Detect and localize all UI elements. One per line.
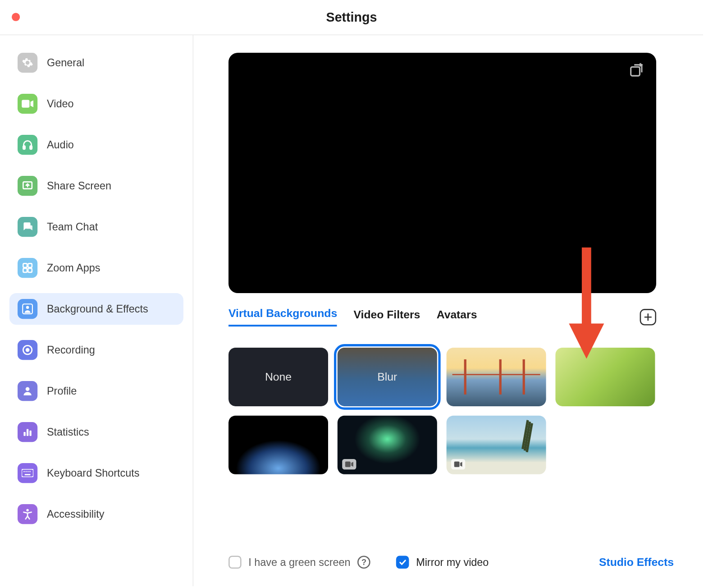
record-icon: [18, 340, 37, 360]
settings-window: Settings General Video Audio: [0, 0, 703, 586]
sidebar-item-audio[interactable]: Audio: [9, 129, 183, 161]
sidebar-item-profile[interactable]: Profile: [9, 375, 183, 407]
svg-point-17: [23, 471, 25, 473]
sidebar-item-team-chat[interactable]: Team Chat: [9, 211, 183, 243]
help-icon[interactable]: ?: [357, 556, 370, 569]
person-frame-icon: [18, 299, 37, 319]
rotate-preview-button[interactable]: [628, 62, 644, 78]
backgrounds-grid: None Blur: [229, 348, 680, 474]
svg-rect-2: [30, 146, 32, 149]
sidebar-item-label: Video: [47, 97, 73, 110]
stats-icon: [18, 422, 37, 442]
sidebar-item-label: Recording: [47, 344, 95, 356]
settings-sidebar: General Video Audio Share Screen: [0, 35, 193, 586]
sidebar-item-label: General: [47, 56, 84, 69]
background-tile-none[interactable]: None: [229, 348, 328, 406]
sidebar-item-accessibility[interactable]: Accessibility: [9, 498, 183, 530]
tab-avatars[interactable]: Avatars: [437, 308, 477, 326]
close-window-button[interactable]: [12, 13, 20, 21]
sidebar-item-label: Team Chat: [47, 220, 98, 233]
main-content: Virtual Backgrounds Video Filters Avatar…: [193, 35, 703, 586]
svg-point-18: [26, 471, 27, 473]
sidebar-item-recording[interactable]: Recording: [9, 334, 183, 366]
gear-icon: [18, 53, 37, 73]
svg-rect-21: [25, 474, 31, 475]
tile-label: None: [265, 371, 292, 384]
svg-rect-5: [28, 263, 32, 267]
svg-rect-23: [631, 67, 640, 76]
green-screen-label: I have a green screen: [248, 556, 350, 568]
svg-rect-6: [23, 268, 27, 272]
sidebar-item-label: Accessibility: [47, 508, 104, 520]
sidebar-item-zoom-apps[interactable]: Zoom Apps: [9, 252, 183, 284]
profile-icon: [18, 381, 37, 401]
apps-icon: [18, 258, 37, 278]
svg-rect-13: [23, 432, 25, 436]
window-title: Settings: [326, 9, 377, 25]
sidebar-item-general[interactable]: General: [9, 47, 183, 78]
svg-rect-25: [454, 462, 459, 467]
sidebar-item-statistics[interactable]: Statistics: [9, 416, 183, 448]
video-icon: [18, 94, 37, 114]
studio-effects-link[interactable]: Studio Effects: [599, 556, 674, 569]
svg-point-22: [26, 509, 28, 511]
chat-icon: [18, 217, 37, 237]
svg-rect-16: [22, 469, 33, 477]
background-tile-aurora[interactable]: [338, 416, 437, 474]
add-background-button[interactable]: [640, 308, 656, 325]
sidebar-item-keyboard-shortcuts[interactable]: Keyboard Shortcuts: [9, 457, 183, 489]
video-preview: [229, 53, 656, 293]
sidebar-item-label: Keyboard Shortcuts: [47, 467, 140, 479]
video-badge-icon: [451, 459, 465, 469]
sidebar-item-background-effects[interactable]: Background & Effects: [9, 293, 183, 325]
tile-label: Blur: [377, 371, 397, 384]
green-screen-checkbox[interactable]: [229, 556, 242, 569]
sidebar-item-label: Share Screen: [47, 179, 111, 192]
sidebar-item-label: Zoom Apps: [47, 262, 100, 274]
svg-rect-0: [22, 100, 29, 107]
mirror-video-checkbox[interactable]: [396, 556, 409, 569]
svg-point-9: [26, 306, 29, 309]
mirror-video-label: Mirror my video: [416, 556, 489, 568]
svg-point-20: [29, 471, 31, 473]
svg-point-12: [26, 387, 30, 391]
background-tile-grass[interactable]: [555, 348, 655, 406]
background-tile-earth[interactable]: [229, 416, 328, 474]
svg-rect-1: [23, 146, 25, 149]
headphones-icon: [18, 135, 37, 155]
svg-rect-24: [345, 462, 351, 467]
sidebar-item-label: Background & Effects: [47, 303, 148, 315]
svg-point-19: [27, 471, 29, 473]
svg-rect-14: [27, 429, 28, 436]
sidebar-item-video[interactable]: Video: [9, 88, 183, 119]
sidebar-item-share-screen[interactable]: Share Screen: [9, 170, 183, 202]
sidebar-item-label: Statistics: [47, 426, 89, 438]
svg-point-11: [26, 348, 30, 352]
video-badge-icon: [342, 459, 356, 469]
window-body: General Video Audio Share Screen: [0, 35, 703, 586]
accessibility-icon: [18, 504, 37, 524]
svg-rect-4: [23, 263, 27, 267]
background-tile-blur[interactable]: Blur: [338, 348, 437, 406]
tab-video-filters[interactable]: Video Filters: [354, 308, 420, 326]
sidebar-item-label: Audio: [47, 138, 74, 151]
titlebar: Settings: [0, 0, 703, 35]
effects-tabs: Virtual Backgrounds Video Filters Avatar…: [229, 307, 656, 326]
footer-controls: I have a green screen ? Mirror my video …: [229, 556, 674, 574]
background-tile-bridge[interactable]: [447, 348, 546, 406]
sidebar-item-label: Profile: [47, 385, 77, 397]
svg-rect-15: [29, 431, 31, 436]
keyboard-icon: [18, 463, 37, 483]
share-icon: [18, 176, 37, 196]
background-tile-beach[interactable]: [447, 416, 546, 474]
svg-rect-7: [28, 268, 32, 272]
tab-virtual-backgrounds[interactable]: Virtual Backgrounds: [229, 307, 337, 326]
